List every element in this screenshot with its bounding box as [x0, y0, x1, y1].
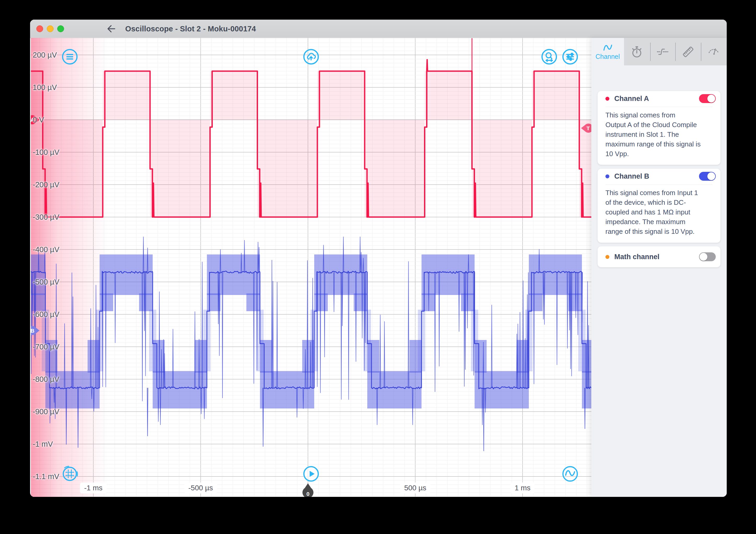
math-channel-card: Math channel: [598, 246, 720, 267]
svg-text:B: B: [31, 328, 35, 334]
x-tick-label: 500 µs: [400, 483, 431, 493]
y-tick-label: -300 µV: [33, 213, 59, 221]
x-tick-label: 1 ms: [511, 483, 535, 493]
horizontal-zoom-icon: [542, 50, 556, 64]
trigger-step-icon: [658, 49, 668, 54]
channel-b-title: Channel B: [614, 172, 649, 181]
math-channel-toggle[interactable]: [699, 252, 716, 261]
grid-settings-icon: [63, 466, 77, 480]
y-tick-label: 200 µV: [33, 51, 57, 59]
svg-text:T: T: [587, 125, 590, 131]
back-button[interactable]: [105, 23, 117, 35]
x-tick-label: -1 ms: [80, 483, 107, 493]
back-arrow-icon: [105, 23, 117, 35]
menu-icon: [63, 50, 77, 64]
channel-b-card: Channel B This signal comes from Input 1…: [598, 169, 720, 243]
traffic-lights: [36, 20, 64, 38]
play-icon: [303, 465, 319, 482]
play-button[interactable]: [303, 465, 319, 482]
trigger-time-marker[interactable]: 0: [303, 483, 313, 497]
tab-trigger[interactable]: [650, 38, 675, 65]
close-button[interactable]: [36, 25, 43, 32]
y-tick-label: 100 µV: [33, 83, 57, 92]
tab-acquisition[interactable]: [624, 38, 649, 65]
svg-text:0: 0: [306, 491, 310, 497]
divider: [606, 107, 713, 107]
tab-separator: [701, 42, 701, 61]
channel-sine-icon: [603, 43, 613, 52]
sliders-icon: [563, 50, 578, 64]
math-channel-title: Math channel: [614, 253, 660, 261]
math-channel-color-dot: [606, 255, 609, 259]
plot-area[interactable]: ABT0 200 µV100 µV0 V-100 µV-200 µV-300 µ…: [31, 38, 591, 497]
gauge-icon: [709, 49, 718, 54]
channel-b-toggle[interactable]: [699, 172, 716, 181]
cloud-upload-icon: [304, 50, 318, 64]
tab-channel-label: Channel: [596, 53, 620, 60]
waveform-plot[interactable]: ABT0: [31, 38, 591, 497]
x-tick-label: -500 µs: [184, 483, 217, 493]
horizontal-zoom-button[interactable]: [541, 48, 557, 65]
tab-separator: [650, 42, 651, 61]
y-tick-label: 0 V: [33, 116, 44, 124]
tab-separator: [675, 42, 676, 61]
y-tick-label: -700 µV: [33, 343, 59, 351]
tab-probe[interactable]: [701, 38, 726, 65]
y-tick-label: -900 µV: [33, 408, 59, 416]
y-tick-label: -1 mV: [33, 440, 53, 448]
channel-a-color-dot: [606, 97, 609, 101]
window-title: Oscilloscope - Slot 2 - Moku-000174: [125, 20, 256, 38]
stopwatch-icon: [633, 46, 641, 57]
tab-bar: Channel: [591, 38, 727, 65]
y-tick-label: -400 µV: [33, 245, 59, 254]
menu-button[interactable]: [62, 48, 78, 65]
display-settings-button[interactable]: [562, 48, 579, 65]
y-tick-label: -600 µV: [33, 310, 59, 319]
y-tick-label: -800 µV: [33, 375, 59, 384]
minimize-button[interactable]: [47, 25, 54, 32]
oscilloscope-window: Oscilloscope - Slot 2 - Moku-000174 ABT0…: [30, 20, 727, 497]
channel-a-toggle[interactable]: [699, 94, 716, 103]
channel-b-color-dot: [606, 174, 609, 178]
tab-channel[interactable]: Channel: [591, 38, 624, 65]
channel-b-description: This signal comes from Input 1 of the de…: [606, 188, 714, 237]
channel-a-card: Channel A This signal comes from Output …: [598, 91, 720, 165]
channel-a-description: This signal comes from Output A of the C…: [606, 110, 714, 159]
source-button[interactable]: [562, 465, 579, 482]
titlebar: Oscilloscope - Slot 2 - Moku-000174: [30, 20, 727, 38]
tab-measure[interactable]: [675, 38, 701, 65]
y-tick-label: -200 µV: [33, 181, 59, 189]
y-tick-label: -500 µV: [33, 278, 59, 286]
y-tick-label: -1.1 mV: [33, 472, 59, 481]
screen: { "window": { "title": "Oscilloscope - S…: [0, 0, 756, 534]
y-tick-label: -100 µV: [33, 148, 59, 157]
side-panel: Channel: [591, 38, 727, 497]
grid-settings-button[interactable]: [62, 465, 78, 482]
zoom-button[interactable]: [57, 25, 64, 32]
sine-wave-icon: [563, 467, 578, 481]
ruler-icon: [683, 46, 693, 57]
channel-a-title: Channel A: [614, 95, 649, 103]
cloud-upload-button[interactable]: [303, 48, 319, 65]
